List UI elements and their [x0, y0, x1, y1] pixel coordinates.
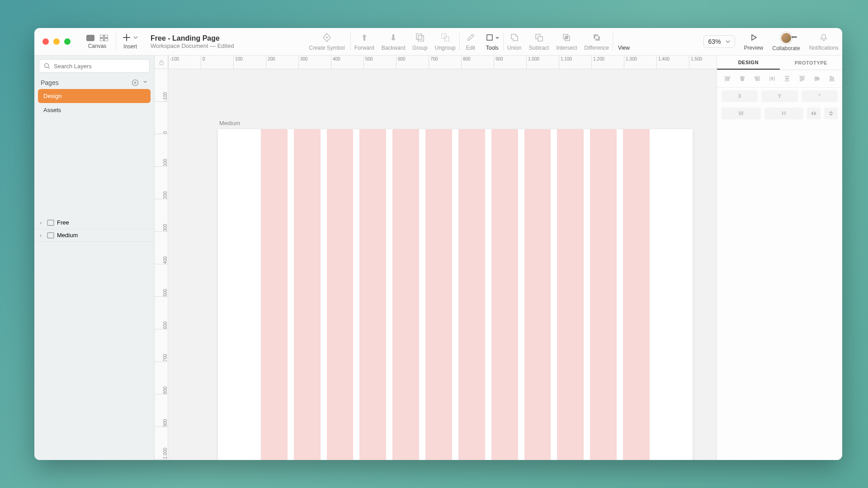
w-field[interactable]: W: [722, 108, 761, 119]
svg-rect-0: [87, 35, 94, 41]
ruler-lock-icon[interactable]: [155, 56, 168, 69]
insert-button[interactable]: Insert: [116, 28, 144, 55]
main: Pages Design Assets › Free › Medium: [34, 56, 842, 460]
sidebar: Pages Design Assets › Free › Medium: [34, 56, 155, 460]
toolbar-right: 63% Preview ••• Collaborate Notification…: [698, 28, 842, 55]
view-switch: [86, 34, 108, 42]
search-icon: [44, 63, 50, 69]
avatar: [780, 32, 792, 44]
document-title-area: Free - Landing Page Workspace Document —…: [144, 28, 241, 55]
union-icon: [510, 32, 519, 43]
maximize-button[interactable]: [64, 38, 71, 45]
view-button[interactable]: View: [613, 28, 635, 55]
difference-button[interactable]: Difference: [580, 28, 612, 55]
minimize-button[interactable]: [53, 38, 60, 45]
view-label: Canvas: [88, 43, 107, 49]
svg-rect-2: [104, 35, 108, 38]
layer-list: › Free › Medium: [34, 216, 154, 242]
flip-v-button[interactable]: [824, 108, 838, 119]
align-middle-icon[interactable]: [811, 74, 823, 84]
artboard-icon: [47, 220, 54, 226]
grid-view-icon[interactable]: [99, 34, 108, 42]
svg-rect-6: [416, 34, 422, 39]
bell-icon: [820, 32, 828, 43]
union-button[interactable]: Union: [504, 28, 525, 55]
page-item-assets[interactable]: Assets: [34, 103, 154, 117]
align-bottom-icon[interactable]: [826, 74, 838, 84]
subtract-icon: [534, 32, 543, 43]
inspector-tabs: DESIGN PROTOTYPE: [717, 56, 842, 70]
svg-rect-12: [538, 37, 542, 41]
layer-item-free[interactable]: › Free: [34, 216, 154, 229]
svg-rect-23: [160, 62, 163, 65]
layer-item-medium[interactable]: › Medium: [34, 229, 154, 242]
ruler-vertical[interactable]: -10001002003004005006007008009001.000: [155, 69, 168, 460]
notifications-button[interactable]: Notifications: [806, 28, 842, 55]
h-field[interactable]: H: [764, 108, 804, 119]
angle-field[interactable]: °: [802, 90, 838, 102]
intersect-icon: [562, 32, 571, 43]
close-button[interactable]: [42, 38, 49, 45]
svg-rect-15: [565, 36, 568, 39]
app-window: Canvas Insert Free - Landing Page Worksp…: [34, 28, 842, 460]
page-item-design[interactable]: Design: [38, 89, 151, 103]
document-title: Free - Landing Page: [151, 34, 234, 42]
distribute-v-icon[interactable]: [781, 74, 793, 84]
y-field[interactable]: Y: [761, 90, 797, 102]
create-symbol-button[interactable]: Create Symbol: [303, 28, 350, 55]
flip-h-button[interactable]: [807, 108, 821, 119]
document-subtitle: Workspace Document — Edited: [151, 42, 234, 49]
subtract-button[interactable]: Subtract: [525, 28, 553, 55]
backward-button[interactable]: Backward: [378, 28, 409, 55]
chevron-down-icon: [133, 36, 138, 39]
canvas-view-icon[interactable]: [86, 34, 95, 42]
align-center-h-icon[interactable]: [736, 74, 749, 84]
chevron-down-icon: [726, 40, 730, 43]
difference-icon: [592, 32, 601, 43]
edit-button[interactable]: Edit: [460, 28, 481, 55]
toolbar-center: Create Symbol Forward Backward Group Ung…: [241, 28, 698, 55]
ruler-horizontal[interactable]: -10001002003004005006007008009001.0001.1…: [155, 56, 717, 69]
window-controls: [34, 28, 79, 55]
chevron-right-icon: ›: [40, 219, 44, 226]
distribute-h-icon[interactable]: [766, 74, 778, 84]
more-icon: •••: [791, 33, 797, 41]
forward-button[interactable]: Forward: [351, 28, 378, 55]
search-input[interactable]: [39, 59, 150, 73]
tools-icon: [486, 32, 499, 43]
align-top-icon[interactable]: [796, 74, 808, 84]
tab-prototype[interactable]: PROTOTYPE: [780, 56, 843, 70]
collaborate-button[interactable]: ••• Collaborate: [767, 28, 805, 55]
artboard-medium[interactable]: [218, 129, 693, 460]
artboard-icon: [47, 232, 54, 239]
group-button[interactable]: Group: [409, 28, 431, 55]
align-right-icon[interactable]: [751, 74, 764, 84]
tools-button[interactable]: Tools: [481, 28, 503, 55]
pages-header: Pages: [34, 75, 154, 89]
layout-columns: [261, 129, 650, 460]
viewport[interactable]: Medium: [168, 69, 717, 460]
x-field[interactable]: X: [722, 90, 758, 102]
svg-rect-4: [104, 38, 108, 41]
inspector: DESIGN PROTOTYPE X Y ° W H: [717, 56, 842, 460]
toolbar: Canvas Insert Free - Landing Page Worksp…: [34, 28, 842, 56]
preview-button[interactable]: Preview: [741, 28, 767, 55]
align-left-icon[interactable]: [722, 74, 734, 84]
backward-icon: [389, 32, 398, 43]
ungroup-button[interactable]: Ungroup: [431, 28, 459, 55]
group-icon: [415, 32, 425, 43]
chevron-down-icon[interactable]: [142, 79, 148, 86]
svg-point-5: [326, 37, 328, 38]
svg-rect-8: [442, 34, 446, 38]
intersect-button[interactable]: Intersect: [552, 28, 580, 55]
ungroup-icon: [441, 32, 450, 43]
svg-rect-1: [100, 35, 104, 38]
svg-rect-18: [595, 36, 598, 39]
svg-rect-3: [100, 38, 104, 41]
zoom-dropdown[interactable]: 63%: [703, 35, 735, 48]
svg-rect-21: [47, 220, 54, 225]
tab-design[interactable]: DESIGN: [717, 56, 780, 70]
artboard-label[interactable]: Medium: [219, 120, 240, 127]
add-page-icon[interactable]: [132, 79, 139, 86]
svg-rect-7: [418, 36, 424, 41]
